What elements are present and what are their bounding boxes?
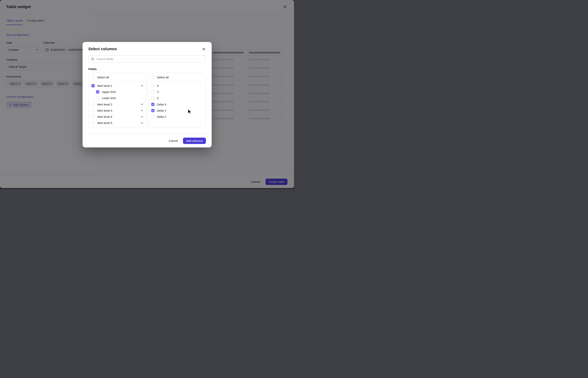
field-options-right: X Y Z Delta X bbox=[148, 81, 206, 121]
option-label: Z bbox=[157, 96, 159, 100]
search-box[interactable] bbox=[88, 55, 206, 63]
field-option-delta-z[interactable]: Delta Z bbox=[148, 114, 206, 120]
field-option-alert-level-2[interactable]: Alert level 2 bbox=[89, 101, 146, 108]
modal-close-icon[interactable] bbox=[202, 47, 206, 51]
field-options-left: Alert level 1 Upper limit Lower limit Al… bbox=[89, 81, 146, 127]
checkbox-checked[interactable] bbox=[151, 103, 155, 106]
option-label: Delta Y bbox=[157, 109, 166, 112]
field-option-alert-level-5[interactable]: Alert level 5 bbox=[89, 120, 146, 126]
fields-section-label: Fields bbox=[88, 67, 206, 71]
screen: Table widget Table Layout Configuration … bbox=[0, 0, 294, 189]
field-option-alert-level-1[interactable]: Alert level 1 bbox=[89, 82, 146, 89]
chevron-down-icon[interactable] bbox=[141, 104, 143, 105]
chevron-down-icon[interactable] bbox=[141, 122, 143, 124]
option-label: Delta X bbox=[157, 103, 166, 106]
checkbox-unchecked[interactable] bbox=[151, 115, 155, 118]
select-all-label: Select all bbox=[97, 76, 109, 79]
search-fields-input[interactable] bbox=[96, 57, 203, 61]
field-option-upper-limit[interactable]: Upper limit bbox=[89, 89, 146, 95]
checkbox-unchecked[interactable] bbox=[151, 84, 155, 87]
checkbox-indeterminate[interactable] bbox=[91, 84, 95, 87]
field-option-lower-limit[interactable]: Lower limit bbox=[89, 95, 146, 101]
option-label: Alert level 3 bbox=[97, 109, 112, 112]
checkbox-select-all-left[interactable] bbox=[91, 76, 95, 79]
field-option-alert-level-4[interactable]: Alert level 4 bbox=[89, 114, 146, 120]
field-option-y[interactable]: Y bbox=[148, 89, 206, 95]
fields-box-left: Select all Alert level 1 Upper limit bbox=[88, 73, 146, 127]
checkbox-unchecked[interactable] bbox=[91, 121, 95, 124]
search-icon bbox=[91, 57, 94, 61]
modal-cancel-button[interactable]: Cancel bbox=[168, 139, 179, 143]
fields-grid: Select all Alert level 1 Upper limit bbox=[88, 73, 206, 127]
select-all-row[interactable]: Select all bbox=[148, 73, 206, 81]
checkbox-checked[interactable] bbox=[151, 109, 155, 112]
checkbox-unchecked[interactable] bbox=[91, 109, 95, 112]
option-label: Alert level 5 bbox=[97, 121, 112, 124]
option-label: Alert level 4 bbox=[97, 115, 112, 118]
option-label: Alert level 2 bbox=[97, 103, 112, 106]
select-all-label: Select all bbox=[157, 76, 169, 79]
select-columns-modal: Select columns Fields Select all Alert l… bbox=[82, 42, 212, 148]
option-label: Y bbox=[157, 90, 159, 94]
checkbox-unchecked[interactable] bbox=[91, 115, 95, 118]
option-label: Alert level 1 bbox=[97, 84, 112, 87]
fields-box-right: Select all X Y Z bbox=[148, 73, 206, 127]
chevron-down-icon[interactable] bbox=[141, 116, 143, 118]
checkbox-unchecked[interactable] bbox=[151, 90, 155, 94]
modal-title: Select columns bbox=[88, 47, 117, 51]
checkbox-unchecked[interactable] bbox=[151, 96, 155, 100]
option-label: Upper limit bbox=[102, 90, 116, 94]
field-option-alert-level-3[interactable]: Alert level 3 bbox=[89, 108, 146, 114]
checkbox-select-all-right[interactable] bbox=[151, 76, 155, 79]
chevron-up-icon[interactable] bbox=[141, 85, 143, 86]
checkbox-unchecked[interactable] bbox=[96, 96, 99, 100]
modal-header: Select columns bbox=[82, 42, 212, 51]
field-option-z[interactable]: Z bbox=[148, 95, 206, 101]
add-columns-button[interactable]: Add columns bbox=[183, 138, 206, 144]
option-label: Lower limit bbox=[102, 96, 116, 100]
modal-footer: Cancel Add columns bbox=[82, 134, 212, 148]
select-all-row[interactable]: Select all bbox=[89, 73, 146, 81]
option-label: Delta Z bbox=[157, 115, 166, 118]
checkbox-unchecked[interactable] bbox=[91, 103, 95, 106]
field-option-delta-y[interactable]: Delta Y bbox=[148, 108, 206, 114]
chevron-down-icon[interactable] bbox=[141, 110, 143, 111]
field-option-delta-x[interactable]: Delta X bbox=[148, 101, 206, 108]
field-option-x[interactable]: X bbox=[148, 82, 206, 89]
option-label: X bbox=[157, 84, 159, 87]
checkbox-checked[interactable] bbox=[96, 90, 99, 94]
